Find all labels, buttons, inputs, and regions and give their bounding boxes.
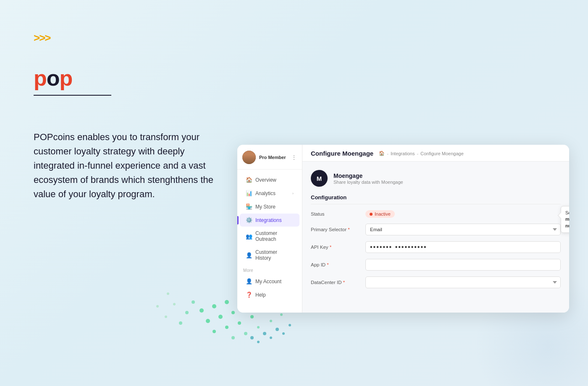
- app-id-input[interactable]: [365, 259, 561, 271]
- svg-point-11: [250, 315, 254, 318]
- svg-point-28: [257, 341, 260, 343]
- service-name: Moengage: [333, 172, 403, 179]
- svg-point-10: [238, 321, 241, 325]
- sidebar-item-customer-history[interactable]: 👤 Customer History: [240, 246, 299, 264]
- status-badge: Inactive: [365, 210, 395, 218]
- sidebar-item-mystore[interactable]: 🏪 My Store: [240, 200, 299, 213]
- brand-chevrons: >>>: [34, 31, 50, 44]
- svg-point-29: [270, 336, 272, 339]
- more-section-label: More: [237, 265, 302, 274]
- svg-point-16: [231, 336, 235, 339]
- svg-point-25: [263, 332, 266, 335]
- svg-point-19: [270, 320, 272, 322]
- customer-outreach-icon: 👥: [246, 233, 252, 240]
- page-header: Configure Moengage 🏠 - Integrations - Co…: [302, 145, 569, 162]
- config-title: Configuration: [311, 194, 561, 204]
- breadcrumb-sep2: -: [417, 151, 418, 156]
- tooltip: Select selector as e-mail or mobile numb…: [561, 206, 569, 233]
- svg-point-4: [206, 319, 210, 323]
- svg-point-23: [179, 321, 182, 325]
- sidebar-item-label: My Account: [255, 279, 281, 284]
- svg-point-6: [231, 311, 235, 314]
- sidebar-item-label: Analytics: [255, 190, 276, 196]
- sidebar-item-account[interactable]: 👤 My Account: [240, 275, 299, 288]
- nav-menu: 🏠 Overview 📊 Analytics › 🏪 My Store ⚙️ I…: [237, 170, 302, 313]
- svg-point-21: [192, 300, 195, 304]
- sidebar-user[interactable]: Pro Member ⋮: [237, 145, 302, 170]
- svg-point-5: [218, 315, 223, 319]
- config-section: Configuration Status Inactive Select sel…: [311, 194, 561, 288]
- primary-selector-select[interactable]: Email Mobile Number: [365, 224, 561, 235]
- svg-point-33: [165, 316, 167, 318]
- breadcrumb: Configure Moengage 🏠 - Integrations - Co…: [311, 150, 561, 157]
- svg-point-1: [212, 304, 216, 308]
- sidebar-item-label: My Store: [255, 204, 276, 210]
- sidebar-item-integrations[interactable]: ⚙️ Integrations: [240, 214, 299, 227]
- sidebar-item-overview[interactable]: 🏠 Overview: [240, 173, 299, 186]
- breadcrumb-separator: [375, 151, 377, 156]
- avatar: [242, 151, 256, 164]
- sidebar-item-help[interactable]: ❓ Help: [240, 288, 299, 301]
- sidebar-item-label: Help: [255, 292, 266, 298]
- integrations-icon: ⚙️: [246, 217, 252, 223]
- svg-point-8: [213, 330, 216, 333]
- svg-point-9: [225, 326, 228, 329]
- svg-point-2: [225, 300, 229, 304]
- svg-point-32: [173, 303, 176, 305]
- svg-point-24: [250, 336, 254, 339]
- sidebar-item-customer-outreach[interactable]: 👥 Customer Outreach: [240, 227, 299, 245]
- svg-point-17: [244, 332, 247, 335]
- app-screenshot: Pro Member ⋮ 🏠 Overview 📊 Analytics › 🏪 …: [237, 145, 569, 313]
- service-card: M Moengage Share loyalty data with Moeng…: [311, 170, 561, 187]
- svg-point-34: [156, 305, 159, 308]
- datacenter-id-label: DataCenter ID: [311, 280, 365, 285]
- user-menu-button[interactable]: ⋮: [291, 154, 297, 161]
- sidebar-item-label: Overview: [255, 177, 276, 183]
- tagline: POPcoins enables you to transform your c…: [34, 130, 227, 201]
- api-key-value: ••••••• ••••••••••: [365, 241, 561, 253]
- home-icon: 🏠: [246, 177, 252, 183]
- status-value: Inactive: [375, 211, 391, 216]
- sidebar: Pro Member ⋮ 🏠 Overview 📊 Analytics › 🏪 …: [237, 145, 302, 313]
- svg-point-30: [282, 332, 285, 335]
- api-key-label: API Key: [311, 245, 365, 250]
- logo-p2: p: [60, 66, 73, 90]
- datacenter-id-row: DataCenter ID US EU APAC: [311, 276, 561, 288]
- logo-underline: [34, 95, 111, 96]
- service-description: Share loyalty data with Moengage: [333, 180, 403, 185]
- sidebar-item-analytics[interactable]: 📊 Analytics ›: [240, 187, 299, 200]
- svg-point-22: [185, 311, 189, 314]
- sidebar-item-label: Integrations: [255, 217, 282, 223]
- chevron-right-icon: ›: [292, 191, 294, 196]
- brand-logo: pop: [34, 67, 111, 96]
- svg-point-31: [167, 292, 169, 295]
- service-info: Moengage Share loyalty data with Moengag…: [333, 172, 403, 185]
- help-icon: ❓: [246, 292, 252, 298]
- logo-o: o: [47, 66, 60, 90]
- user-name-label: Pro Member: [259, 155, 288, 160]
- primary-selector-label: Primary Selector: [311, 227, 365, 232]
- page-title: Configure Moengage: [311, 150, 373, 157]
- api-key-row: API Key ••••••• ••••••••••: [311, 241, 561, 253]
- content-body: M Moengage Share loyalty data with Moeng…: [302, 162, 569, 313]
- store-icon: 🏪: [246, 203, 252, 210]
- breadcrumb-configure: Configure Moengage: [420, 151, 464, 156]
- svg-point-27: [289, 324, 291, 326]
- svg-point-20: [280, 313, 283, 316]
- svg-point-26: [276, 328, 279, 331]
- breadcrumb-home-icon: 🏠: [379, 151, 385, 156]
- status-dot: [370, 213, 373, 216]
- app-id-row: App ID: [311, 259, 561, 271]
- main-content: Configure Moengage 🏠 - Integrations - Co…: [302, 145, 569, 313]
- status-label: Status: [311, 211, 365, 216]
- svg-point-0: [200, 308, 204, 313]
- primary-selector-row: Primary Selector Email Mobile Number: [311, 224, 561, 235]
- customer-history-icon: 👤: [246, 252, 252, 258]
- sidebar-item-label: Customer History: [255, 249, 294, 261]
- svg-point-18: [257, 326, 260, 329]
- logo-p1: p: [34, 66, 47, 90]
- status-row: Status Inactive Select selector as e-mai…: [311, 210, 561, 218]
- breadcrumb-integrations: Integrations: [391, 151, 415, 156]
- analytics-icon: 📊: [246, 190, 252, 196]
- datacenter-id-select[interactable]: US EU APAC: [365, 276, 561, 288]
